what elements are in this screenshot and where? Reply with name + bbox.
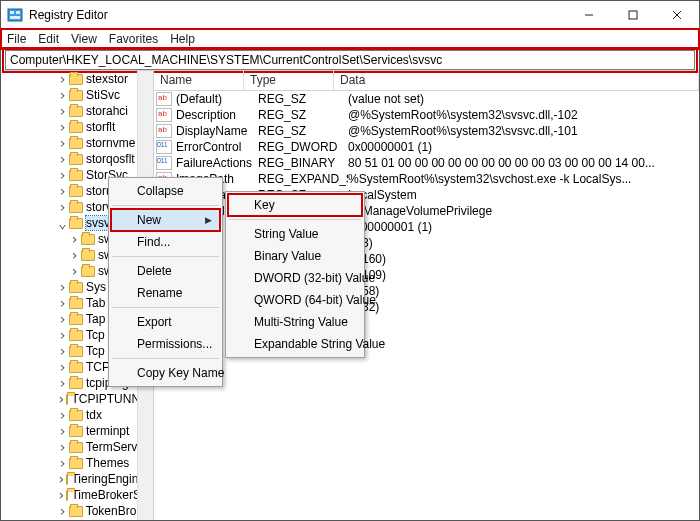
chevron-right-icon[interactable]: › <box>57 90 68 101</box>
tree-node[interactable]: ›TPM <box>1 519 153 520</box>
value-row[interactable]: ImagePathREG_EXPAND_SZ%SystemRoot%\syste… <box>154 171 699 187</box>
menu-item-rename[interactable]: Rename <box>111 282 220 304</box>
chevron-right-icon[interactable]: › <box>57 170 68 181</box>
chevron-right-icon[interactable]: › <box>57 106 68 117</box>
menu-file[interactable]: File <box>7 32 26 46</box>
menu-item-dword-bit-value[interactable]: DWORD (32-bit) Value <box>228 267 362 289</box>
col-type[interactable]: Type <box>244 71 334 90</box>
tree-node[interactable]: ›TimeBrokerSvc <box>1 487 153 503</box>
chevron-right-icon[interactable]: › <box>57 346 68 357</box>
chevron-right-icon[interactable]: › <box>69 250 80 261</box>
registry-path-input[interactable] <box>5 50 695 70</box>
menu-item-collapse[interactable]: Collapse <box>111 180 220 202</box>
chevron-right-icon[interactable]: › <box>57 330 68 341</box>
binary-value-icon <box>156 156 172 170</box>
menu-item-export[interactable]: Export <box>111 311 220 333</box>
chevron-right-icon[interactable]: › <box>57 410 68 421</box>
chevron-right-icon[interactable]: › <box>57 442 68 453</box>
chevron-right-icon[interactable]: › <box>57 474 65 485</box>
folder-icon <box>69 458 83 469</box>
chevron-right-icon[interactable]: › <box>57 74 68 85</box>
value-data: %SystemRoot%\system32\svchost.exe -k Loc… <box>348 172 699 186</box>
menu-item-find[interactable]: Find... <box>111 231 220 253</box>
menu-item-new[interactable]: New <box>111 209 220 231</box>
tree-node-label: StiSvc <box>86 88 120 102</box>
chevron-right-icon[interactable]: › <box>57 154 68 165</box>
menu-item-delete[interactable]: Delete <box>111 260 220 282</box>
menubar: File Edit View Favorites Help <box>1 29 699 49</box>
menu-item-expandable-string-value[interactable]: Expandable String Value <box>228 333 362 355</box>
menu-item-key[interactable]: Key <box>228 194 362 216</box>
tree-node-label: Tap <box>86 312 105 326</box>
col-data[interactable]: Data <box>334 71 699 90</box>
value-row[interactable]: DisplayNameREG_SZ@%SystemRoot%\system32\… <box>154 123 699 139</box>
tree-node[interactable]: ›TCPIPTUNNEL <box>1 391 153 407</box>
tree-node[interactable]: ›TermService <box>1 439 153 455</box>
chevron-right-icon[interactable]: › <box>57 394 65 405</box>
tree-node[interactable]: ›tdx <box>1 407 153 423</box>
menu-item-permissions[interactable]: Permissions... <box>111 333 220 355</box>
chevron-right-icon[interactable]: › <box>69 234 80 245</box>
tree-node[interactable]: ›TokenBroker <box>1 503 153 519</box>
tree-node[interactable]: ›storahci <box>1 103 153 119</box>
maximize-button[interactable] <box>611 1 655 28</box>
chevron-right-icon[interactable]: › <box>57 298 68 309</box>
menu-favorites[interactable]: Favorites <box>109 32 158 46</box>
titlebar: Registry Editor <box>1 1 699 29</box>
value-row[interactable]: (Default)REG_SZ(value not set) <box>154 91 699 107</box>
string-value-icon <box>156 92 172 106</box>
chevron-down-icon[interactable]: ⌄ <box>57 218 68 229</box>
value-row[interactable]: DescriptionREG_SZ@%SystemRoot%\system32\… <box>154 107 699 123</box>
menu-view[interactable]: View <box>71 32 97 46</box>
chevron-right-icon[interactable]: › <box>57 202 68 213</box>
tree-node[interactable]: ›terminpt <box>1 423 153 439</box>
menu-item-qword-bit-value[interactable]: QWORD (64-bit) Value <box>228 289 362 311</box>
tree-node[interactable]: ›StiSvc <box>1 87 153 103</box>
tree-node[interactable]: ›stornvme <box>1 135 153 151</box>
menu-edit[interactable]: Edit <box>38 32 59 46</box>
tree-node-label: storahci <box>86 104 128 118</box>
col-name[interactable]: Name <box>154 71 244 90</box>
menu-item-binary-value[interactable]: Binary Value <box>228 245 362 267</box>
menu-item-string-value[interactable]: String Value <box>228 223 362 245</box>
chevron-right-icon[interactable]: › <box>57 186 68 197</box>
chevron-right-icon[interactable]: › <box>57 506 68 517</box>
svg-rect-2 <box>16 11 20 14</box>
tree-node[interactable]: ›stexstor <box>1 71 153 87</box>
minimize-button[interactable] <box>567 1 611 28</box>
tree-node[interactable]: ›storflt <box>1 119 153 135</box>
close-button[interactable] <box>655 1 699 28</box>
tree-node-label: Tcp <box>86 344 105 358</box>
svg-rect-0 <box>8 9 22 21</box>
menu-help[interactable]: Help <box>170 32 195 46</box>
tree-node[interactable]: ›Themes <box>1 455 153 471</box>
chevron-right-icon[interactable]: › <box>69 266 80 277</box>
chevron-right-icon[interactable]: › <box>57 282 68 293</box>
value-row[interactable]: ErrorControlREG_DWORD0x00000001 (1) <box>154 139 699 155</box>
tree-node[interactable]: ›TieringEngineS <box>1 471 153 487</box>
chevron-right-icon[interactable]: › <box>57 490 65 501</box>
folder-icon <box>69 378 83 389</box>
folder-icon <box>81 234 95 245</box>
chevron-right-icon[interactable]: › <box>57 138 68 149</box>
chevron-right-icon[interactable]: › <box>57 362 68 373</box>
tree-node-label: Themes <box>86 456 129 470</box>
menu-item-copy-key-name[interactable]: Copy Key Name <box>111 362 220 384</box>
chevron-right-icon[interactable]: › <box>57 378 68 389</box>
value-data: LocalSystem <box>348 188 699 202</box>
tree-node-label: Tcp <box>86 328 105 342</box>
registry-editor-window: Registry Editor File Edit View Favorites… <box>0 0 700 521</box>
menu-item-multi-string-value[interactable]: Multi-String Value <box>228 311 362 333</box>
svg-rect-1 <box>10 11 14 14</box>
chevron-right-icon[interactable]: › <box>57 314 68 325</box>
value-type: REG_SZ <box>258 108 348 122</box>
value-row[interactable]: FailureActionsREG_BINARY80 51 01 00 00 0… <box>154 155 699 171</box>
value-data: (value not set) <box>348 92 699 106</box>
menu-separator <box>112 358 219 359</box>
chevron-right-icon[interactable]: › <box>57 426 68 437</box>
folder-icon <box>69 426 83 437</box>
chevron-right-icon[interactable]: › <box>57 122 68 133</box>
chevron-right-icon[interactable]: › <box>57 458 68 469</box>
tree-node[interactable]: ›storqosflt <box>1 151 153 167</box>
value-data: 0x00000001 (1) <box>348 140 699 154</box>
